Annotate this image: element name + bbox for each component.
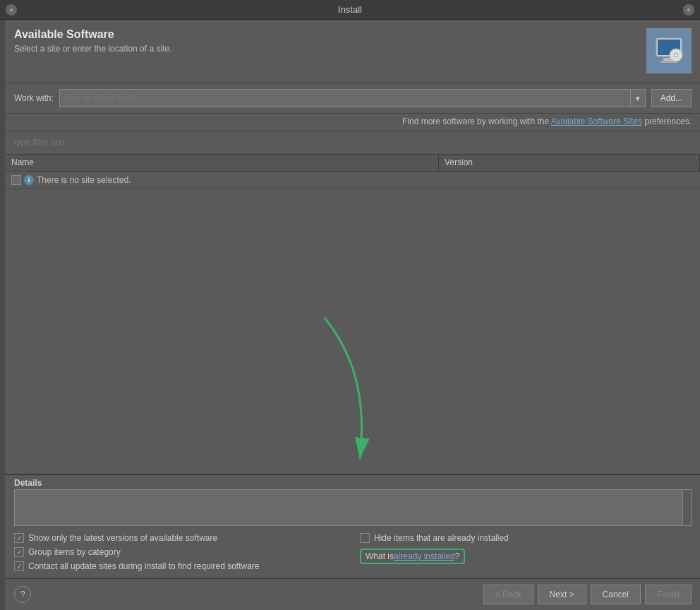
details-scrollbar[interactable] — [682, 490, 691, 525]
filter-input[interactable] — [14, 134, 692, 151]
table-cell-name: i There is no site selected. — [6, 174, 439, 186]
option-group-checkbox[interactable]: ✓ — [14, 547, 24, 557]
option-latest-label: Show only the latest versions of availab… — [28, 533, 217, 543]
work-with-label: Work with: — [14, 93, 54, 103]
table-header: Name Version — [6, 155, 700, 172]
what-is-box: What is already installed ? — [360, 549, 465, 564]
table-cell-version — [439, 179, 700, 181]
info-row: Find more software by working with the A… — [6, 114, 700, 131]
already-installed-link[interactable]: already installed — [394, 551, 455, 561]
option-hide-installed: Hide items that are already installed — [360, 533, 692, 543]
page-subtitle: Select a site or enter the location of a… — [14, 44, 641, 54]
options-left: ✓ Show only the latest versions of avail… — [14, 533, 346, 571]
info-prefix: Find more software by working with the — [402, 116, 551, 126]
option-contact-label: Contact all update sites during install … — [28, 561, 260, 571]
option-group-category: ✓ Group items by category — [14, 547, 346, 557]
next-button[interactable]: Next > — [538, 585, 586, 604]
row-checkbox[interactable] — [11, 175, 21, 185]
content-area: Available Software Select a site or ente… — [6, 20, 700, 610]
add-button[interactable]: Add... — [651, 89, 692, 107]
help-button[interactable]: ? — [14, 586, 31, 603]
column-version: Version — [439, 155, 700, 171]
left-strip — [0, 20, 6, 610]
svg-point-6 — [675, 54, 677, 56]
site-input[interactable] — [59, 89, 630, 107]
details-content — [14, 489, 692, 526]
software-table: Name Version i There is no site selected… — [6, 155, 700, 474]
titlebar: ● Install ● — [0, 0, 700, 20]
info-icon: i — [24, 175, 34, 185]
options-right: Hide items that are already installed Wh… — [360, 533, 692, 571]
bottom-bar: ? < Back Next > Cancel Finish — [6, 578, 700, 610]
option-hide-checkbox[interactable] — [360, 533, 370, 543]
available-software-sites-link[interactable]: Available Software Sites — [551, 116, 642, 126]
options-section: ✓ Show only the latest versions of avail… — [6, 526, 700, 578]
finish-button[interactable]: Finish — [645, 585, 692, 604]
option-what-is: What is already installed ? — [360, 547, 692, 564]
what-is-prefix: What is — [366, 551, 394, 561]
header-icon — [646, 28, 692, 73]
table-row: i There is no site selected. — [6, 172, 700, 189]
column-name: Name — [6, 155, 439, 171]
back-button[interactable]: < Back — [483, 585, 533, 604]
close-right-button[interactable]: ● — [683, 4, 694, 16]
main-container: Available Software Select a site or ente… — [0, 20, 700, 610]
work-with-row: Work with: ▼ Add... — [6, 83, 700, 114]
option-latest-versions: ✓ Show only the latest versions of avail… — [14, 533, 346, 543]
page-title: Available Software — [14, 28, 641, 41]
site-dropdown-button[interactable]: ▼ — [630, 89, 646, 107]
details-section: Details — [6, 474, 700, 526]
cancel-button[interactable]: Cancel — [591, 585, 641, 604]
option-group-label: Group items by category — [28, 547, 121, 557]
row-name-label: There is no site selected. — [37, 175, 131, 185]
option-contact-checkbox[interactable]: ✓ — [14, 561, 24, 571]
site-input-container: ▼ — [59, 89, 646, 107]
option-latest-checkbox[interactable]: ✓ — [14, 533, 24, 543]
header-section: Available Software Select a site or ente… — [6, 20, 700, 83]
filter-row — [6, 131, 700, 155]
option-contact-sites: ✓ Contact all update sites during instal… — [14, 561, 346, 571]
table-body: i There is no site selected. — [6, 172, 700, 474]
info-suffix: preferences. — [644, 116, 692, 126]
close-button[interactable]: ● — [6, 4, 17, 16]
option-hide-label: Hide items that are already installed — [374, 533, 509, 543]
title-label: Install — [338, 4, 362, 15]
details-label: Details — [6, 474, 700, 489]
header-text: Available Software Select a site or ente… — [14, 28, 641, 54]
nav-buttons: < Back Next > Cancel Finish — [483, 585, 692, 604]
what-is-suffix: ? — [455, 551, 460, 561]
